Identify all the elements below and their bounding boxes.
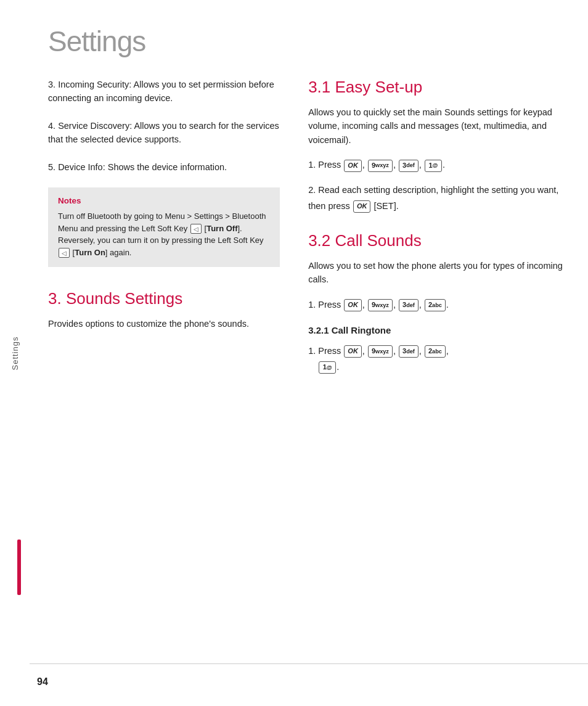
key-3def-1: 3def bbox=[399, 160, 419, 172]
right-column: 3.1 Easy Set-up Allows you to quickly se… bbox=[308, 78, 566, 681]
list-item-4-text: Service Discovery: Allows you to search … bbox=[48, 121, 279, 144]
notes-box: Notes Turn off Bluetooth by going to Men… bbox=[48, 187, 280, 267]
sounds-settings-heading: 3. Sounds Settings bbox=[48, 289, 280, 308]
page-number: 94 bbox=[37, 676, 48, 688]
easy-setup-step2: 2. Read each setting description, highli… bbox=[308, 182, 566, 214]
key-9wxyz-3: 9wxyz bbox=[368, 345, 393, 358]
list-item-4-number: 4. bbox=[48, 121, 58, 131]
list-item-5-number: 5. bbox=[48, 162, 58, 172]
easy-setup-heading: 3.1 Easy Set-up bbox=[308, 78, 566, 97]
key-ok-2: OK bbox=[344, 299, 362, 311]
sidebar-accent bbox=[17, 540, 21, 595]
key-2abc-1: 2abc bbox=[425, 299, 446, 311]
call-sounds-text: Allows you to set how the phone alerts y… bbox=[308, 259, 566, 287]
key-2abc-2: 2abc bbox=[425, 345, 446, 358]
soft-key-left-icon: ◁ bbox=[190, 224, 202, 234]
bottom-separator bbox=[30, 663, 588, 664]
notes-text: Turn off Bluetooth by going to Menu > Se… bbox=[58, 210, 270, 258]
key-ok-3: OK bbox=[344, 345, 362, 358]
key-3def-2: 3def bbox=[399, 299, 419, 311]
key-9wxyz-1: 9wxyz bbox=[368, 160, 393, 172]
key-3def-3: 3def bbox=[399, 345, 419, 358]
easy-setup-text: Allows you to quickly set the main Sound… bbox=[308, 105, 566, 147]
left-column: 3. Incoming Security: Allows you to set … bbox=[48, 78, 286, 681]
columns: 3. Incoming Security: Allows you to set … bbox=[48, 78, 566, 681]
page-container: Settings Settings 3. Incoming Security: … bbox=[0, 0, 588, 706]
list-item-3-text: Incoming Security: Allows you to set per… bbox=[48, 80, 274, 103]
call-sounds-heading: 3.2 Call Sounds bbox=[308, 231, 566, 250]
soft-key-left-icon-2: ◁ bbox=[59, 248, 70, 258]
list-item-5-text: Device Info: Shows the device informatio… bbox=[58, 162, 227, 172]
page-title: Settings bbox=[48, 25, 566, 58]
main-content: Settings 3. Incoming Security: Allows yo… bbox=[30, 0, 588, 706]
easy-setup-step1: 1. Press OK, 9wxyz, 3def, 1@. bbox=[308, 157, 566, 173]
call-sounds-step1: 1. Press OK, 9wxyz, 3def, 2abc. bbox=[308, 297, 566, 313]
key-1at-1: 1@ bbox=[425, 160, 442, 172]
key-9wxyz-2: 9wxyz bbox=[368, 299, 393, 311]
list-item-3-number: 3. bbox=[48, 80, 58, 89]
list-item-3: 3. Incoming Security: Allows you to set … bbox=[48, 78, 280, 105]
sidebar: Settings bbox=[0, 0, 30, 706]
list-item-4: 4. Service Discovery: Allows you to sear… bbox=[48, 119, 280, 147]
key-1at-2: 1@ bbox=[319, 361, 336, 374]
call-ringtone-subheading: 3.2.1 Call Ringtone bbox=[308, 325, 566, 335]
call-ringtone-step1: 1. Press OK, 9wxyz, 3def, 2abc, 1@. bbox=[308, 343, 566, 375]
list-item-5: 5. Device Info: Shows the device informa… bbox=[48, 160, 280, 174]
key-ok-1: OK bbox=[344, 160, 362, 172]
key-ok-set: OK bbox=[353, 200, 371, 213]
sounds-settings-text: Provides options to customize the phone'… bbox=[48, 317, 280, 330]
notes-title: Notes bbox=[58, 196, 270, 205]
sidebar-label: Settings bbox=[10, 336, 20, 370]
